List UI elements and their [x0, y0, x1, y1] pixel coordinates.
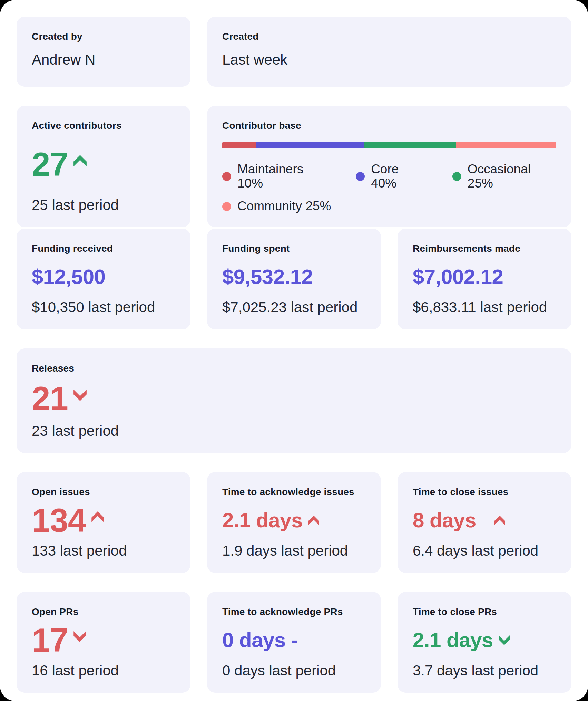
open-issues-subtitle: 133 last period	[32, 542, 175, 559]
trend-down-icon	[499, 635, 510, 645]
card-time-to-close-prs: Time to close PRs 2.1 days 3.7 days last…	[398, 592, 571, 693]
row-prs: Open PRs 17 16 last period Time to ackno…	[17, 592, 571, 693]
open-issues-value-line: 134	[32, 504, 175, 537]
card-reimbursements-made: Reimbursements made $7,002.12 $6,833.11 …	[398, 229, 571, 329]
time-to-close-issues-subtitle: 6.4 days last period	[413, 542, 556, 559]
time-to-acknowledge-prs-subtitle: 0 days last period	[222, 662, 366, 679]
card-created-by-title: Created by	[32, 30, 175, 43]
card-contributor-base: Contributor base Maintainers 10% Core 40…	[207, 106, 571, 227]
time-to-acknowledge-issues-value: 2.1 days	[222, 510, 303, 531]
card-open-issues: Open issues 134 133 last period	[17, 472, 190, 573]
card-time-to-acknowledge-prs: Time to acknowledge PRs 0 days - 0 days …	[207, 592, 381, 693]
open-prs-title: Open PRs	[32, 606, 175, 618]
time-to-acknowledge-issues-value-line: 2.1 days	[222, 510, 366, 531]
time-to-close-issues-title: Time to close issues	[413, 486, 556, 498]
trend-down-icon	[74, 390, 87, 401]
time-to-close-issues-value: 8 days	[413, 510, 476, 531]
legend-item-maintainers: Maintainers 10%	[222, 162, 329, 190]
legend-item-community: Community 25%	[222, 199, 331, 213]
legend-row-2: Community 25%	[222, 199, 556, 213]
active-contributors-title: Active contributors	[32, 119, 175, 132]
reimbursements-made-title: Reimbursements made	[413, 242, 556, 255]
funding-received-subtitle: $10,350 last period	[32, 299, 175, 316]
active-contributors-subtitle: 25 last period	[32, 197, 175, 213]
funding-spent-value: $9,532.12	[222, 267, 366, 287]
open-prs-subtitle: 16 last period	[32, 662, 175, 679]
time-to-close-prs-value-line: 2.1 days	[413, 630, 556, 651]
time-to-close-issues-value-line: 8 days	[413, 510, 556, 531]
bar-segment-occasional	[364, 142, 455, 148]
funding-received-title: Funding received	[32, 242, 175, 255]
row-contributors: Active contributors 27 25 last period Co…	[17, 106, 571, 210]
open-issues-title: Open issues	[32, 486, 175, 498]
dashboard-page: Created by Andrew N Created Last week Ac…	[0, 0, 588, 701]
legend-label: Core 40%	[371, 162, 425, 190]
funding-received-value: $12,500	[32, 267, 175, 287]
card-created-by: Created by Andrew N	[17, 17, 190, 87]
time-to-close-prs-title: Time to close PRs	[413, 606, 556, 618]
releases-value: 21	[32, 382, 68, 415]
card-funding-received: Funding received $12,500 $10,350 last pe…	[17, 229, 190, 329]
occasional-dot-icon	[452, 172, 461, 181]
trend-up-icon	[308, 516, 319, 525]
time-to-close-prs-value: 2.1 days	[413, 630, 493, 651]
releases-value-line: 21	[32, 382, 556, 415]
row-funding: Funding received $12,500 $10,350 last pe…	[17, 229, 571, 329]
reimbursements-made-subtitle: $6,833.11 last period	[413, 299, 556, 316]
row-meta: Created by Andrew N Created Last week	[17, 17, 571, 87]
open-prs-value: 17	[32, 624, 68, 657]
card-created-by-value: Andrew N	[32, 51, 175, 68]
time-to-acknowledge-issues-title: Time to acknowledge issues	[222, 486, 366, 498]
trend-up-icon	[91, 511, 104, 522]
legend-item-occasional: Occasional 25%	[452, 162, 556, 190]
time-to-acknowledge-issues-subtitle: 1.9 days last period	[222, 542, 366, 559]
card-time-to-acknowledge-issues: Time to acknowledge issues 2.1 days 1.9 …	[207, 472, 381, 573]
core-dot-icon	[356, 172, 365, 181]
time-to-acknowledge-prs-value-line: 0 days -	[222, 630, 366, 651]
card-created: Created Last week	[207, 17, 571, 87]
time-to-close-prs-subtitle: 3.7 days last period	[413, 662, 556, 679]
bar-segment-core	[256, 142, 364, 148]
row-issues: Open issues 134 133 last period Time to …	[17, 472, 571, 573]
community-dot-icon	[222, 202, 231, 211]
releases-subtitle: 23 last period	[32, 423, 556, 439]
legend-label: Maintainers 10%	[237, 162, 329, 190]
funding-spent-title: Funding spent	[222, 242, 366, 255]
legend-item-core: Core 40%	[356, 162, 425, 190]
card-active-contributors: Active contributors 27 25 last period	[17, 106, 190, 227]
reimbursements-made-value: $7,002.12	[413, 267, 556, 287]
legend-label: Occasional 25%	[468, 162, 556, 190]
maintainers-dot-icon	[222, 172, 231, 181]
releases-title: Releases	[32, 362, 556, 375]
legend-row-1: Maintainers 10% Core 40% Occasional 25%	[222, 162, 556, 190]
card-created-title: Created	[222, 30, 556, 43]
funding-spent-subtitle: $7,025.23 last period	[222, 299, 366, 316]
trend-up-icon	[74, 155, 87, 166]
time-to-acknowledge-prs-title: Time to acknowledge PRs	[222, 606, 366, 618]
card-time-to-close-issues: Time to close issues 8 days 6.4 days las…	[398, 472, 571, 573]
card-funding-spent: Funding spent $9,532.12 $7,025.23 last p…	[207, 229, 381, 329]
legend-label: Community 25%	[237, 199, 331, 213]
bar-segment-community	[456, 142, 556, 148]
active-contributors-value: 27	[32, 148, 68, 181]
trend-up-icon	[494, 516, 505, 525]
card-releases: Releases 21 23 last period	[17, 348, 571, 453]
time-to-acknowledge-prs-value: 0 days	[222, 630, 286, 651]
trend-flat-icon: -	[291, 630, 298, 651]
row-releases: Releases 21 23 last period	[17, 348, 571, 453]
card-created-value: Last week	[222, 51, 556, 68]
trend-down-icon	[74, 631, 86, 642]
active-contributors-value-line: 27	[32, 148, 175, 181]
bar-segment-maintainers	[222, 142, 256, 148]
contributor-base-title: Contributor base	[222, 119, 556, 132]
open-issues-value: 134	[32, 504, 86, 537]
contributor-base-stacked-bar	[222, 142, 556, 148]
card-open-prs: Open PRs 17 16 last period	[17, 592, 190, 693]
open-prs-value-line: 17	[32, 624, 175, 657]
